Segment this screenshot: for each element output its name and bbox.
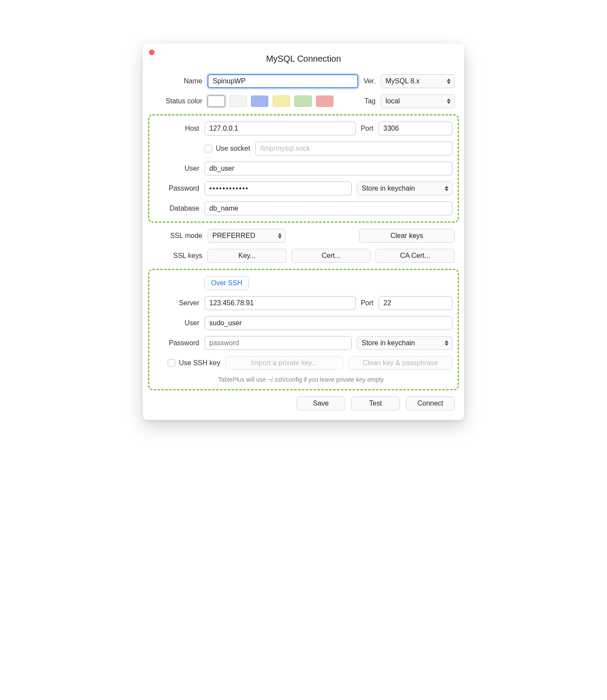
swatch-blue[interactable] (251, 96, 268, 107)
use-ssh-key-wrap: Use SSH key (168, 359, 220, 367)
ssl-keys-label: SSL keys (152, 252, 202, 260)
clear-keys-button[interactable]: Clear keys (359, 229, 455, 243)
swatch-red[interactable] (316, 96, 333, 107)
close-window-button[interactable] (149, 50, 155, 55)
swatch-none[interactable] (208, 96, 225, 107)
connection-dialog: MySQL Connection Name Ver. MySQL 8.x Sta… (143, 43, 464, 420)
chevron-updown-icon (445, 340, 449, 346)
dialog-title: MySQL Connection (152, 54, 455, 64)
ssh-user-input[interactable] (205, 316, 452, 330)
ssh-keychain-value: Store in keychain (362, 339, 415, 347)
connect-button[interactable]: Connect (406, 396, 455, 410)
chevron-updown-icon (447, 99, 451, 104)
chevron-updown-icon (278, 233, 282, 239)
version-label: Ver. (363, 77, 376, 85)
status-color-label: Status color (152, 97, 202, 105)
svg-marker-6 (278, 233, 282, 236)
tag-select-value: local (386, 97, 400, 105)
test-button[interactable]: Test (351, 396, 400, 410)
use-socket-wrap: Use socket (205, 145, 250, 152)
use-socket-label: Use socket (216, 145, 250, 152)
swatch-white[interactable] (229, 96, 247, 107)
status-color-swatches (208, 96, 333, 107)
ssl-key-button[interactable]: Key... (208, 249, 287, 263)
ssl-mode-label: SSL mode (152, 232, 202, 240)
host-label: Host (149, 125, 199, 132)
tag-select[interactable]: local (381, 94, 455, 108)
db-password-input[interactable] (205, 182, 352, 195)
svg-marker-7 (278, 236, 282, 239)
svg-marker-8 (445, 340, 449, 343)
svg-marker-1 (447, 82, 451, 84)
db-user-label: User (149, 165, 199, 172)
db-section: Host Port Use socket User Password Store… (148, 114, 459, 223)
clean-key-button[interactable]: Clean key & passphrase (348, 356, 452, 370)
socket-input (255, 142, 452, 155)
ssh-user-label: User (149, 319, 199, 327)
host-input[interactable] (205, 122, 356, 135)
use-ssh-key-label: Use SSH key (179, 359, 220, 367)
db-port-label: Port (361, 125, 373, 132)
ssh-hint: TablePlus will use ~/.ssh/config if you … (149, 376, 452, 383)
db-keychain-select[interactable]: Store in keychain (357, 182, 452, 195)
ssh-password-label: Password (149, 339, 199, 347)
ssl-keys-row: SSL keys Key... Cert... CA Cert... (152, 249, 455, 263)
svg-marker-3 (447, 102, 451, 104)
save-button[interactable]: Save (297, 396, 345, 410)
ssl-mode-value: PREFERRED (212, 232, 255, 240)
ssh-password-input[interactable] (205, 336, 352, 350)
name-input[interactable] (208, 74, 358, 88)
db-user-input[interactable] (205, 162, 452, 175)
use-ssh-key-checkbox[interactable] (168, 359, 175, 367)
ssh-keychain-select[interactable]: Store in keychain (357, 336, 452, 350)
db-port-input[interactable] (379, 122, 452, 135)
db-keychain-value: Store in keychain (362, 185, 415, 192)
ssl-ca-button[interactable]: CA Cert... (376, 249, 455, 263)
ssh-section: Over SSH Server Port User Password Store… (148, 269, 459, 390)
use-socket-checkbox[interactable] (205, 145, 212, 152)
ssh-port-input[interactable] (379, 296, 452, 310)
version-select[interactable]: MySQL 8.x (381, 74, 455, 88)
svg-marker-0 (447, 79, 451, 81)
status-color-row: Status color Tag local (152, 94, 455, 108)
version-select-value: MySQL 8.x (386, 77, 420, 85)
ssl-mode-row: SSL mode PREFERRED Clear keys (152, 229, 455, 243)
chevron-updown-icon (445, 186, 449, 192)
ssh-server-input[interactable] (205, 296, 356, 310)
tag-label: Tag (364, 97, 376, 105)
import-private-key-button[interactable]: Import a private key... (225, 356, 343, 370)
ssh-server-label: Server (149, 299, 199, 307)
svg-marker-4 (445, 186, 449, 188)
database-label: Database (149, 205, 199, 212)
name-row: Name Ver. MySQL 8.x (152, 74, 455, 88)
name-label: Name (152, 77, 202, 85)
ssl-cert-button[interactable]: Cert... (292, 249, 371, 263)
database-input[interactable] (205, 201, 452, 215)
svg-marker-5 (445, 189, 449, 192)
svg-marker-9 (445, 343, 449, 346)
ssh-port-label: Port (361, 299, 373, 307)
over-ssh-button[interactable]: Over SSH (205, 276, 249, 290)
ssl-mode-select[interactable]: PREFERRED (208, 229, 286, 243)
svg-marker-2 (447, 99, 451, 101)
swatch-yellow[interactable] (273, 96, 290, 107)
chevron-updown-icon (447, 79, 451, 84)
swatch-green[interactable] (294, 96, 312, 107)
db-password-label: Password (149, 185, 199, 192)
footer-actions: Save Test Connect (152, 396, 455, 410)
